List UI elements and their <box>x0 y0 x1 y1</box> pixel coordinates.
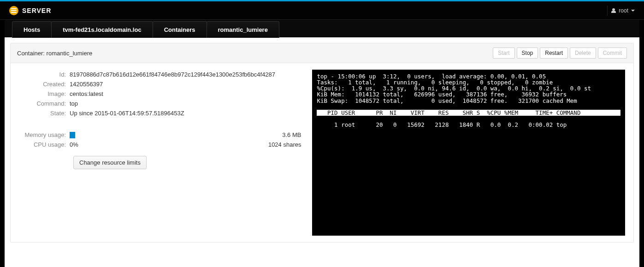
cpu-usage-label: CPU usage: <box>19 141 70 148</box>
user-icon <box>611 8 616 13</box>
container-panel: Container: romantic_lumiere Start Stop R… <box>10 43 634 243</box>
cpu-shares-value: 1024 shares <box>265 141 301 148</box>
created-label: Created: <box>19 81 70 88</box>
panel-heading: Container: romantic_lumiere Start Stop R… <box>11 43 633 63</box>
brand[interactable]: SERVER <box>9 6 51 15</box>
user-name: root <box>619 7 628 14</box>
id-label: Id: <box>19 71 70 78</box>
change-resource-limits-button[interactable]: Change resource limits <box>73 156 147 169</box>
breadcrumb: Hosts tvm-fed21s.localdomain.loc Contain… <box>5 20 639 37</box>
cpu-usage-value: 0% <box>70 141 78 148</box>
breadcrumb-hosts[interactable]: Hosts <box>12 21 52 38</box>
user-menu[interactable]: root <box>607 6 638 16</box>
terminal-output: top - 15:00:06 up 3:12, 0 users, load av… <box>312 70 625 236</box>
stop-button[interactable]: Stop <box>517 47 538 59</box>
command-value: top <box>70 100 78 107</box>
memory-usage-value: 3.6 MB <box>278 131 301 138</box>
start-button[interactable]: Start <box>493 47 514 59</box>
created-value: 1420556397 <box>70 81 103 88</box>
command-label: Command: <box>19 100 70 107</box>
brand-text: SERVER <box>22 7 51 14</box>
restart-button[interactable]: Restart <box>540 47 568 59</box>
breadcrumb-container[interactable]: romantic_lumiere <box>207 21 279 38</box>
page-title: Container: romantic_lumiere <box>17 50 92 57</box>
breadcrumb-host[interactable]: tvm-fed21s.localdomain.loc <box>51 21 153 38</box>
id-value: 81970886d7c87b616d12e661f84746e8b972c129… <box>70 71 275 78</box>
image-value: centos:latest <box>70 90 103 97</box>
memory-usage-bar <box>70 132 75 138</box>
state-value: Up since 2015-01-06T14:59:57.51896453Z <box>70 110 184 117</box>
delete-button[interactable]: Delete <box>570 47 596 59</box>
topbar: SERVER root <box>0 1 644 20</box>
info-column: Id: 81970886d7c87b616d12e661f84746e8b972… <box>11 70 309 236</box>
commit-button[interactable]: Commit <box>598 47 627 59</box>
memory-usage-label: Memory usage: <box>19 131 70 138</box>
action-buttons: Start Stop Restart Delete Commit <box>493 47 627 59</box>
breadcrumb-containers[interactable]: Containers <box>153 21 207 38</box>
chevron-down-icon <box>631 10 635 12</box>
hamburger-icon <box>9 6 18 15</box>
image-label: Image: <box>19 90 70 97</box>
state-label: State: <box>19 110 70 117</box>
